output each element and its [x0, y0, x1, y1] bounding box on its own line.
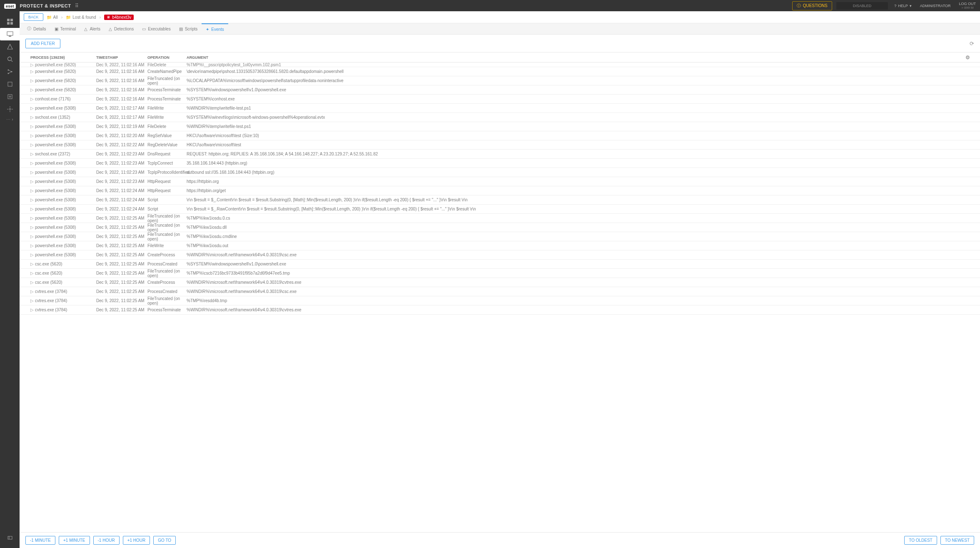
col-timestamp[interactable]: TIMESTAMP: [96, 55, 147, 60]
tab-scripts[interactable]: ▤Scripts: [175, 23, 202, 34]
product-name: PROTECT & INSPECT: [20, 3, 71, 8]
process-cell: conhost.exe (7176): [35, 97, 71, 101]
user-label[interactable]: ADMINISTRATOR: [920, 4, 951, 8]
table-row[interactable]: ▷powershell.exe (5308)Dec 9, 2022, 11:02…: [20, 223, 980, 232]
table-row[interactable]: ▷powershell.exe (5308)Dec 9, 2022, 11:02…: [20, 186, 980, 195]
nav-alerts-icon[interactable]: [0, 40, 20, 53]
table-row[interactable]: ▷svchost.exe (2372)Dec 9, 2022, 11:02:23…: [20, 150, 980, 159]
table-row[interactable]: ▷powershell.exe (5308)Dec 9, 2022, 11:02…: [20, 232, 980, 241]
argument-cell: https://httpbin.org/get: [187, 188, 980, 193]
minus-hour-button[interactable]: -1 HOUR: [93, 536, 120, 545]
events-icon: ✦: [206, 27, 209, 32]
process-cell: powershell.exe (5308): [35, 179, 76, 184]
breadcrumb-lost-found[interactable]: 📁 Lost & found: [66, 15, 96, 20]
table-row[interactable]: ▷powershell.exe (5820)Dec 9, 2022, 11:02…: [20, 76, 980, 85]
table-row[interactable]: ▷powershell.exe (5308)Dec 9, 2022, 11:02…: [20, 205, 980, 214]
col-process[interactable]: PROCESS (139239): [20, 55, 96, 60]
minus-minute-button[interactable]: -1 MINUTE: [25, 536, 55, 545]
table-row[interactable]: ▷powershell.exe (5308)Dec 9, 2022, 11:02…: [20, 241, 980, 250]
timestamp-cell: Dec 9, 2022, 11:02:25 AM: [96, 243, 147, 248]
nav-computers-icon[interactable]: [0, 28, 20, 40]
to-newest-button[interactable]: TO NEWEST: [940, 536, 974, 545]
rail-collapse-icon[interactable]: [0, 531, 20, 544]
play-icon: ▷: [30, 106, 34, 110]
timestamp-cell: Dec 9, 2022, 11:02:23 AM: [96, 161, 147, 165]
tab-alerts[interactable]: △Alerts: [80, 23, 105, 34]
svg-rect-0: [7, 19, 10, 21]
argument-cell: \r\n $result = $_.Content\r\n $result = …: [187, 198, 980, 202]
table-row[interactable]: ▷powershell.exe (5308)Dec 9, 2022, 11:02…: [20, 140, 980, 150]
chevron-right-icon: ›: [61, 15, 63, 20]
table-row[interactable]: ▷conhost.exe (7176)Dec 9, 2022, 11:02:16…: [20, 95, 980, 104]
questions-button[interactable]: ⓘ QUESTIONS: [792, 1, 832, 10]
breadcrumb-all[interactable]: 📁 All: [47, 15, 58, 20]
gear-icon[interactable]: ⚙: [965, 55, 970, 60]
table-row[interactable]: ▷svchost.exe (1352)Dec 9, 2022, 11:02:17…: [20, 113, 980, 122]
to-oldest-button[interactable]: TO OLDEST: [904, 536, 937, 545]
monitor-icon: 🖥: [107, 15, 110, 19]
col-operation[interactable]: OPERATION: [147, 55, 187, 60]
main-area: BACK 📁 All › 📁 Lost & found › 🖥 b4bnext3…: [20, 11, 980, 548]
chevron-right-icon: ›: [12, 117, 13, 122]
table-row[interactable]: ▷powershell.exe (5820)Dec 9, 2022, 11:02…: [20, 85, 980, 95]
plus-hour-button[interactable]: +1 HOUR: [123, 536, 150, 545]
nav-settings-icon[interactable]: [0, 103, 20, 115]
timestamp-cell: Dec 9, 2022, 11:02:25 AM: [96, 262, 147, 266]
operation-cell: Script: [147, 198, 187, 202]
nav-dashboard-icon[interactable]: [0, 15, 20, 28]
table-row[interactable]: ▷cvtres.exe (3784)Dec 9, 2022, 11:02:25 …: [20, 296, 980, 305]
apps-grid-icon[interactable]: ⠿: [75, 3, 79, 9]
nav-search-icon[interactable]: [0, 53, 20, 65]
table-row[interactable]: ▷powershell.exe (5308)Dec 9, 2022, 11:02…: [20, 214, 980, 223]
table-row[interactable]: ▷powershell.exe (5308)Dec 9, 2022, 11:02…: [20, 250, 980, 260]
process-cell: powershell.exe (5308): [35, 170, 76, 175]
col-argument[interactable]: ARGUMENT: [187, 55, 980, 60]
tab-detections[interactable]: △Detections: [105, 23, 138, 34]
brand-eset: eset: [4, 4, 16, 9]
tab-terminal[interactable]: ▣Terminal: [50, 23, 80, 34]
process-cell: svchost.exe (2372): [35, 152, 70, 156]
add-filter-button[interactable]: ADD FILTER: [25, 39, 60, 48]
rail-expand-button[interactable]: ⋯ ›: [6, 117, 13, 122]
table-row[interactable]: ▷powershell.exe (5820)Dec 9, 2022, 11:02…: [20, 67, 980, 76]
table-row[interactable]: ▷powershell.exe (5820)Dec 9, 2022, 11:02…: [20, 63, 980, 67]
process-cell: powershell.exe (5308): [35, 216, 76, 220]
breadcrumb-computer[interactable]: 🖥 b4bnext3v: [104, 15, 134, 20]
play-icon: ▷: [30, 143, 34, 147]
back-button[interactable]: BACK: [24, 13, 43, 21]
table-row[interactable]: ▷powershell.exe (5308)Dec 9, 2022, 11:02…: [20, 122, 980, 131]
tab-details[interactable]: ⓘDetails: [23, 23, 50, 34]
tab-executables[interactable]: ▭Executables: [138, 23, 175, 34]
play-icon: ▷: [30, 298, 34, 303]
tab-events[interactable]: ✦Events: [202, 23, 228, 34]
table-row[interactable]: ▷cvtres.exe (3784)Dec 9, 2022, 11:02:25 …: [20, 287, 980, 296]
table-row[interactable]: ▷powershell.exe (5308)Dec 9, 2022, 11:02…: [20, 131, 980, 140]
operation-cell: TcpIpConnect: [147, 161, 187, 165]
logout-button[interactable]: ⎋ LOG OUT > 899 M: [959, 2, 976, 10]
table-row[interactable]: ▷powershell.exe (5308)Dec 9, 2022, 11:02…: [20, 177, 980, 186]
process-cell: powershell.exe (5308): [35, 253, 76, 257]
nav-item-5-icon[interactable]: [0, 78, 20, 90]
table-row[interactable]: ▷powershell.exe (5308)Dec 9, 2022, 11:02…: [20, 159, 980, 168]
operation-cell: FileTruncated (on open): [147, 296, 187, 305]
nav-tree-icon[interactable]: [0, 65, 20, 78]
refresh-icon[interactable]: ⟳: [970, 40, 974, 47]
table-row[interactable]: ▷powershell.exe (5308)Dec 9, 2022, 11:02…: [20, 195, 980, 205]
table-row[interactable]: ▷powershell.exe (5308)Dec 9, 2022, 11:02…: [20, 104, 980, 113]
play-icon: ▷: [30, 243, 34, 248]
timestamp-cell: Dec 9, 2022, 11:02:25 AM: [96, 253, 147, 257]
table-row[interactable]: ▷powershell.exe (5308)Dec 9, 2022, 11:02…: [20, 168, 980, 177]
nav-item-6-icon[interactable]: [0, 90, 20, 103]
process-cell: powershell.exe (5820): [35, 63, 76, 67]
argument-cell: %TMP%\kw1iosdu.dll: [187, 225, 980, 230]
plus-minute-button[interactable]: +1 MINUTE: [59, 536, 90, 545]
timestamp-cell: Dec 9, 2022, 11:02:16 AM: [96, 88, 147, 92]
table-row[interactable]: ▷csc.exe (5620)Dec 9, 2022, 11:02:25 AMC…: [20, 278, 980, 287]
goto-button[interactable]: GO TO: [153, 536, 176, 545]
table-row[interactable]: ▷csc.exe (5620)Dec 9, 2022, 11:02:25 AMF…: [20, 269, 980, 278]
operation-cell: TcpIpProtocolIdentified: [147, 170, 187, 175]
table-body[interactable]: ▷powershell.exe (5820)Dec 9, 2022, 11:02…: [20, 63, 980, 532]
help-menu[interactable]: ? HELP ▾: [894, 4, 912, 8]
table-row[interactable]: ▷csc.exe (5620)Dec 9, 2022, 11:02:25 AMP…: [20, 260, 980, 269]
table-row[interactable]: ▷cvtres.exe (3784)Dec 9, 2022, 11:02:25 …: [20, 305, 980, 315]
